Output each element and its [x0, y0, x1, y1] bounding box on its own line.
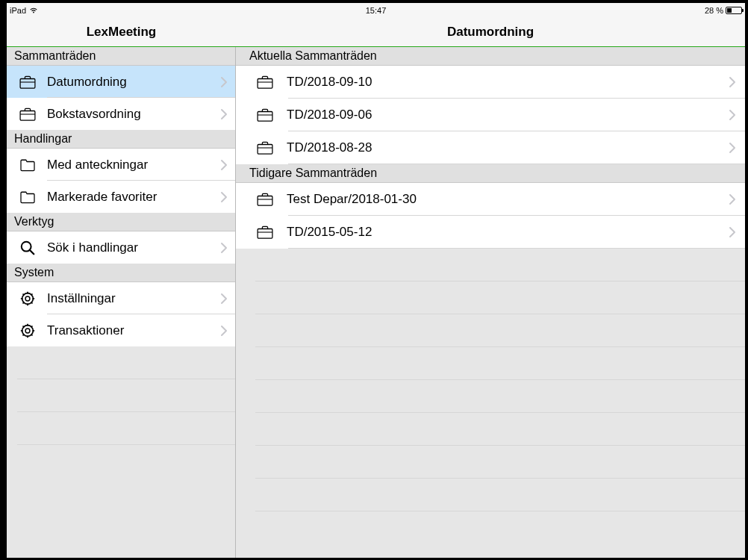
svg-point-17: [25, 329, 30, 333]
briefcase-icon: [255, 141, 275, 155]
title-bar: LexMeeting Datumordning: [7, 17, 745, 47]
divider: [288, 248, 745, 249]
gear-icon: [17, 323, 38, 339]
svg-rect-30: [258, 145, 272, 155]
svg-rect-0: [20, 78, 35, 88]
chevron-right-icon: [220, 76, 228, 88]
divider: [255, 347, 745, 380]
sidebar-item-markerade-favoriter[interactable]: Markerade favoriter: [7, 181, 235, 213]
main-content: Aktuella SammanträdenTD/2018-09-10TD/201…: [236, 47, 745, 558]
sidebar-section-header-sammantr-den: Sammanträden: [7, 47, 235, 66]
sidebar-item-transaktioner[interactable]: Transaktioner: [7, 314, 235, 346]
search-icon: [17, 240, 38, 256]
folder-icon: [17, 158, 38, 172]
divider: [255, 413, 745, 446]
page-title: Datumordning: [236, 17, 745, 46]
briefcase-icon: [17, 108, 38, 121]
chevron-right-icon: [729, 193, 736, 205]
meeting-item-label: Test Depar/2018-01-30: [275, 192, 729, 207]
meeting-item-td-2018-09-10[interactable]: TD/2018-09-10: [236, 66, 745, 99]
meeting-item-test-depar-2018-01-30[interactable]: Test Depar/2018-01-30: [236, 183, 745, 216]
app-title: LexMeeting: [7, 17, 236, 46]
divider: [255, 479, 745, 511]
sidebar-item-label: Inställningar: [38, 291, 220, 306]
chevron-right-icon: [220, 293, 228, 305]
sidebar-item-label: Sök i handlingar: [38, 240, 220, 255]
meeting-item-label: TD/2018-08-28: [275, 140, 729, 155]
divider: [17, 412, 235, 445]
folder-icon: [17, 190, 38, 204]
sidebar-item-inst-llningar[interactable]: Inställningar: [7, 282, 235, 314]
meeting-item-td-2015-05-12[interactable]: TD/2015-05-12: [236, 216, 745, 249]
divider: [17, 379, 235, 412]
meeting-item-label: TD/2018-09-06: [275, 108, 729, 122]
sidebar-item-bokstavsordning[interactable]: Bokstavsordning: [7, 98, 235, 130]
sidebar-item-label: Med anteckningar: [38, 158, 220, 172]
meeting-item-label: TD/2018-09-10: [275, 75, 729, 90]
wifi-icon: [29, 7, 38, 14]
divider: [17, 346, 235, 379]
chevron-right-icon: [220, 242, 228, 254]
svg-rect-2: [20, 111, 35, 120]
chevron-right-icon: [220, 191, 228, 203]
sidebar-section-header-handlingar: Handlingar: [7, 130, 235, 149]
chevron-right-icon: [729, 109, 736, 121]
chevron-right-icon: [729, 142, 736, 154]
briefcase-icon: [255, 75, 275, 89]
sidebar: SammanträdenDatumordningBokstavsordningH…: [7, 47, 236, 558]
divider: [255, 314, 745, 347]
main-section-header-tidigare-sammantr-den: Tidigare Sammanträden: [236, 164, 745, 183]
sidebar-item-s-k-i-handlingar[interactable]: Sök i handlingar: [7, 231, 235, 264]
divider: [255, 249, 745, 281]
meeting-item-td-2018-08-28[interactable]: TD/2018-08-28: [236, 131, 745, 164]
svg-line-5: [30, 250, 34, 254]
sidebar-item-label: Bokstavsordning: [38, 107, 220, 122]
clock: 15:47: [366, 6, 387, 15]
meeting-item-label: TD/2015-05-12: [275, 225, 729, 240]
sidebar-item-label: Markerade favoriter: [38, 190, 220, 205]
briefcase-icon: [255, 225, 275, 239]
chevron-right-icon: [220, 108, 228, 120]
chevron-right-icon: [220, 159, 228, 171]
briefcase-icon: [255, 108, 275, 122]
battery-text: 28 %: [705, 6, 723, 15]
status-bar: iPad 15:47 28 %: [7, 3, 745, 17]
sidebar-item-datumordning[interactable]: Datumordning: [7, 66, 235, 98]
gear-icon: [17, 290, 38, 307]
main-section-header-aktuella-sammantr-den: Aktuella Sammanträden: [236, 47, 745, 66]
divider: [255, 281, 745, 314]
svg-rect-34: [258, 229, 272, 239]
sidebar-section-header-system: System: [7, 264, 235, 282]
briefcase-icon: [17, 75, 38, 89]
divider: [255, 446, 745, 479]
sidebar-item-label: Datumordning: [38, 75, 220, 90]
sidebar-section-header-verktyg: Verktyg: [7, 213, 235, 231]
svg-rect-32: [258, 196, 272, 206]
divider: [288, 164, 745, 164]
svg-rect-28: [258, 112, 272, 122]
device-label: iPad: [10, 6, 26, 15]
sidebar-item-label: Transaktioner: [38, 323, 220, 338]
sidebar-item-med-anteckningar[interactable]: Med anteckningar: [7, 149, 235, 181]
battery-icon: [726, 7, 742, 14]
divider: [255, 380, 745, 413]
chevron-right-icon: [729, 76, 736, 88]
chevron-right-icon: [729, 226, 736, 238]
svg-point-7: [25, 296, 30, 301]
meeting-item-td-2018-09-06[interactable]: TD/2018-09-06: [236, 99, 745, 131]
chevron-right-icon: [220, 325, 228, 337]
svg-rect-26: [258, 79, 272, 89]
briefcase-icon: [255, 193, 275, 206]
